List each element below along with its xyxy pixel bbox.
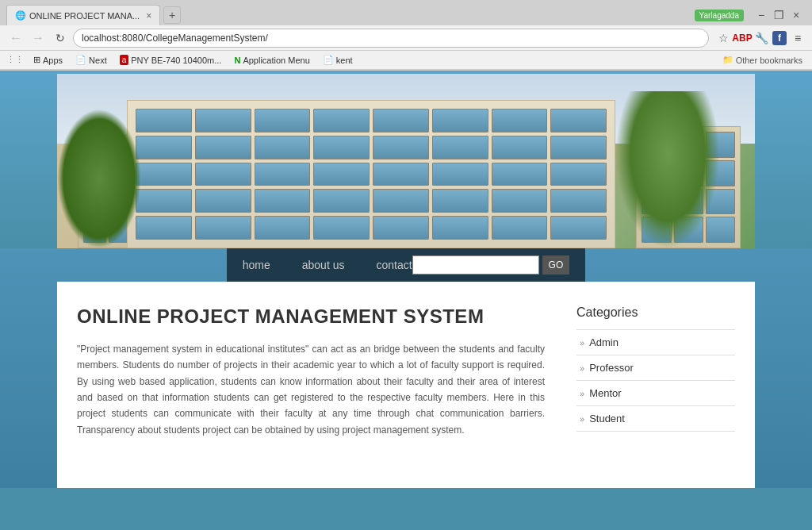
tab-close-button[interactable]: × (146, 10, 151, 21)
categories-title: Categories (576, 305, 735, 320)
search-area: GO (412, 255, 570, 275)
active-tab[interactable]: 🌐 ONLINE PROJECT MANA... × (6, 5, 160, 25)
page-title: ONLINE PROJECT MANAGEMENT SYSTEM (77, 305, 545, 328)
hero-image (57, 74, 755, 248)
category-mentor-label: Mentor (589, 387, 621, 399)
browser-chrome: 🌐 ONLINE PROJECT MANA... × + Yarlagadda … (0, 0, 812, 71)
bookmark-apps[interactable]: ⊞ Apps (30, 54, 66, 66)
tab-bar: 🌐 ONLINE PROJECT MANA... × + Yarlagadda … (0, 0, 812, 25)
forward-button[interactable]: → (29, 29, 48, 48)
browser-nav-bar: ← → ↻ ☆ ABP 🔧 f ≡ (0, 25, 812, 51)
new-tab-button[interactable]: + (163, 6, 181, 24)
search-input[interactable] (412, 255, 539, 275)
website-content: home about us contact GO ONLINE PROJECT … (0, 71, 812, 488)
category-professor-label: Professor (589, 362, 634, 374)
bookmark-next[interactable]: 📄 Next (72, 54, 110, 66)
maximize-button[interactable]: ❒ (772, 9, 785, 21)
page-description: "Project management system in educationa… (77, 341, 545, 438)
category-student[interactable]: » Student (576, 406, 735, 432)
tab-favicon: 🌐 (15, 10, 26, 21)
apps-icon: ⊞ (33, 55, 40, 65)
arrow-icon-mentor: » (580, 389, 584, 398)
other-bookmarks[interactable]: 📁 Other bookmarks (719, 54, 806, 66)
refresh-button[interactable]: ↻ (51, 29, 70, 48)
go-button[interactable]: GO (542, 255, 570, 275)
star-icon[interactable]: ☆ (715, 30, 731, 46)
bookmark-pny[interactable]: a PNY BE-740 10400m... (117, 54, 225, 66)
address-bar[interactable] (73, 29, 709, 48)
bookmarks-bar: ⋮⋮ ⊞ Apps 📄 Next a PNY BE-740 10400m... … (0, 51, 812, 70)
category-student-label: Student (589, 413, 625, 424)
nav-menu: home about us contact GO (227, 248, 586, 282)
bookmark-kent[interactable]: 📄 kent (320, 54, 356, 66)
kent-icon: 📄 (323, 55, 334, 65)
close-button[interactable]: × (790, 9, 802, 21)
bookmark-app-menu[interactable]: N Application Menu (231, 55, 312, 66)
window-controls: Yarlagadda − ❒ × (695, 9, 806, 21)
category-admin[interactable]: » Admin (576, 330, 735, 355)
menu-icon[interactable]: ≡ (790, 30, 806, 46)
arrow-icon-professor: » (580, 363, 584, 373)
nav-home[interactable]: home (243, 259, 270, 271)
category-mentor[interactable]: » Mentor (576, 381, 735, 406)
nav-about-us[interactable]: about us (302, 259, 345, 271)
adblock-icon[interactable]: ABP (734, 30, 750, 46)
folder-icon: 📁 (722, 55, 733, 65)
arrow-icon-admin: » (580, 338, 584, 348)
doc-icon: 📄 (75, 55, 86, 65)
category-list: » Admin » Professor » Mentor » Student (576, 329, 735, 432)
category-admin-label: Admin (589, 336, 619, 348)
browser-nav-icons: ☆ ABP 🔧 f ≡ (715, 30, 806, 46)
minimize-button[interactable]: − (755, 9, 768, 21)
back-button[interactable]: ← (6, 29, 25, 48)
content-left: ONLINE PROJECT MANAGEMENT SYSTEM "Projec… (77, 305, 545, 464)
nav-links: home about us contact (243, 259, 412, 271)
yarlagadda-button[interactable]: Yarlagadda (695, 10, 744, 21)
pny-icon: a (120, 55, 129, 65)
bookmarks-label: ⋮⋮ (6, 55, 24, 65)
main-content: ONLINE PROJECT MANAGEMENT SYSTEM "Projec… (57, 282, 755, 488)
arrow-icon-student: » (580, 414, 584, 424)
facebook-icon[interactable]: f (772, 31, 787, 45)
content-right: Categories » Admin » Professor » Mentor (576, 305, 735, 464)
tab-title: ONLINE PROJECT MANA... (29, 11, 140, 21)
nav-contact[interactable]: contact (376, 259, 412, 271)
category-professor[interactable]: » Professor (576, 355, 735, 381)
n-icon: N (234, 56, 240, 65)
extension-icon[interactable]: 🔧 (753, 30, 769, 46)
